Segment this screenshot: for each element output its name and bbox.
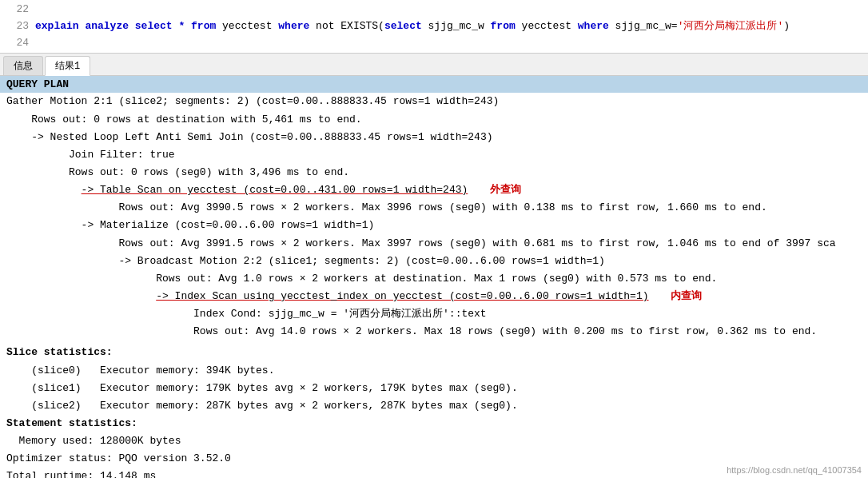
plan-text-5: -> Table Scan on yecctest (cost=0.00..43… bbox=[82, 184, 468, 196]
plan-row-8: Rows out: Avg 3991.5 rows × 2 workers. M… bbox=[0, 235, 868, 253]
query-plan-header: QUERY PLAN bbox=[0, 76, 868, 93]
tab-info[interactable]: 信息 bbox=[3, 56, 43, 75]
plan-text-9: -> Broadcast Motion 2:2 (slice1; segment… bbox=[118, 255, 605, 267]
slice-2-value: Executor memory: 287K bytes avg × 2 work… bbox=[100, 400, 518, 412]
plan-text-7: -> Materialize (cost=0.00..6.00 rows=1 w… bbox=[82, 219, 375, 231]
slice-0-value: Executor memory: 394K bytes. bbox=[100, 364, 274, 376]
slice-1-label: (slice1) bbox=[31, 382, 100, 394]
string-value: '河西分局梅江派出所' bbox=[678, 20, 784, 32]
code-plain-1: yecctest bbox=[216, 20, 278, 32]
slice-0-row: (slice0) Executor memory: 394K bytes. bbox=[0, 362, 868, 380]
slice-2-row: (slice2) Executor memory: 287K bytes avg… bbox=[0, 397, 868, 415]
keyword-explain: explain analyze select * bbox=[35, 20, 191, 32]
plan-row-6: Rows out: Avg 3990.5 rows × 2 workers. M… bbox=[0, 199, 868, 217]
plan-text-2: -> Nested Loop Left Anti Semi Join (cost… bbox=[31, 131, 492, 143]
plan-row-4: Rows out: 0 rows (seg0) with 3,496 ms to… bbox=[0, 164, 868, 181]
plan-row-1: Rows out: 0 rows at destination with 5,4… bbox=[0, 111, 868, 129]
plan-row-9: -> Broadcast Motion 2:2 (slice1; segment… bbox=[0, 253, 868, 270]
code-line-23: 23 explain analyze select * from yecctes… bbox=[6, 18, 862, 35]
plan-row-5: -> Table Scan on yecctest (cost=0.00..43… bbox=[0, 181, 868, 199]
annotation-outer: 外查询 bbox=[490, 184, 521, 196]
line-num-22: 22 bbox=[6, 2, 29, 18]
plan-text-6: Rows out: Avg 3990.5 rows × 2 workers. M… bbox=[118, 201, 766, 213]
slice-0-label: (slice0) bbox=[31, 364, 100, 376]
plan-row-3: Join Filter: true bbox=[0, 146, 868, 164]
keyword-where2: where bbox=[578, 20, 609, 32]
tabs-bar: 信息 结果1 bbox=[0, 54, 868, 76]
plan-row-11: -> Index Scan using yecctest_index on ye… bbox=[0, 288, 868, 305]
plan-row-10: Rows out: Avg 1.0 rows × 2 workers at de… bbox=[0, 270, 868, 288]
plan-text-13: Rows out: Avg 14.0 rows × 2 workers. Max… bbox=[193, 325, 817, 337]
plan-row-2: -> Nested Loop Left Anti Semi Join (cost… bbox=[0, 129, 868, 146]
plan-text-4: Rows out: 0 rows (seg0) with 3,496 ms to… bbox=[69, 166, 349, 178]
code-plain-2: not EXISTS( bbox=[309, 20, 384, 32]
slice-1-value: Executor memory: 179K bytes avg × 2 work… bbox=[100, 382, 518, 394]
annotation-inner: 内查询 bbox=[671, 290, 702, 302]
plan-row-13: Rows out: Avg 14.0 rows × 2 workers. Max… bbox=[0, 323, 868, 341]
statement-stats-header: Statement statistics: bbox=[0, 415, 868, 432]
code-area: 22 23 explain analyze select * from yecc… bbox=[0, 0, 868, 54]
watermark: https://blog.csdn.net/qq_41007354 bbox=[727, 465, 862, 475]
plan-row-12: Index Cond: sjjg_mc_w = '河西分局梅江派出所'::tex… bbox=[0, 305, 868, 323]
keyword-select: select bbox=[384, 20, 422, 32]
code-line-24: 24 bbox=[6, 35, 862, 52]
plan-row-0: Gather Motion 2:1 (slice2; segments: 2) … bbox=[0, 93, 868, 110]
plan-text-11: -> Index Scan using yecctest_index on ye… bbox=[156, 290, 648, 302]
keyword-where1: where bbox=[278, 20, 309, 32]
plan-text-1: Rows out: 0 rows at destination with 5,4… bbox=[31, 114, 361, 125]
keyword-from2: from bbox=[491, 20, 516, 32]
code-plain-3: sjjg_mc_w bbox=[422, 20, 491, 32]
plan-text-10: Rows out: Avg 1.0 rows × 2 workers at de… bbox=[156, 273, 717, 285]
plan-text-0: Gather Motion 2:1 (slice2; segments: 2) … bbox=[6, 95, 499, 107]
code-plain-6: ) bbox=[783, 20, 790, 32]
code-line-22: 22 bbox=[6, 2, 862, 18]
memory-used-row: Memory used: 128000K bytes bbox=[0, 432, 868, 450]
slice-stats-label: Slice statistics: bbox=[6, 346, 113, 358]
plan-text-12: Index Cond: sjjg_mc_w = '河西分局梅江派出所'::tex… bbox=[193, 308, 487, 320]
line-num-24: 24 bbox=[6, 35, 29, 52]
slice-1-row: (slice1) Executor memory: 179K bytes avg… bbox=[0, 380, 868, 397]
slice-2-label: (slice2) bbox=[31, 400, 100, 412]
tab-result1[interactable]: 结果1 bbox=[45, 56, 90, 76]
results-area[interactable]: QUERY PLAN Gather Motion 2:1 (slice2; se… bbox=[0, 76, 868, 478]
keyword-from1: from bbox=[191, 20, 216, 32]
slice-stats-header: Slice statistics: bbox=[0, 344, 868, 361]
optimizer-value: Optimizer status: PQO version 3.52.0 bbox=[6, 452, 231, 464]
plan-text-3: Join Filter: true bbox=[69, 149, 175, 161]
plan-row-7: -> Materialize (cost=0.00..6.00 rows=1 w… bbox=[0, 217, 868, 234]
runtime-value: Total runtime: 14.148 ms bbox=[6, 470, 156, 478]
code-plain-5: sjjg_mc_w= bbox=[609, 20, 678, 32]
plan-text-8: Rows out: Avg 3991.5 rows × 2 workers. M… bbox=[118, 237, 835, 249]
line-num-23: 23 bbox=[6, 18, 29, 35]
code-plain-4: yecctest bbox=[516, 20, 578, 32]
statement-stats-label: Statement statistics: bbox=[6, 417, 137, 429]
memory-used-value: Memory used: 128000K bytes bbox=[19, 435, 181, 447]
